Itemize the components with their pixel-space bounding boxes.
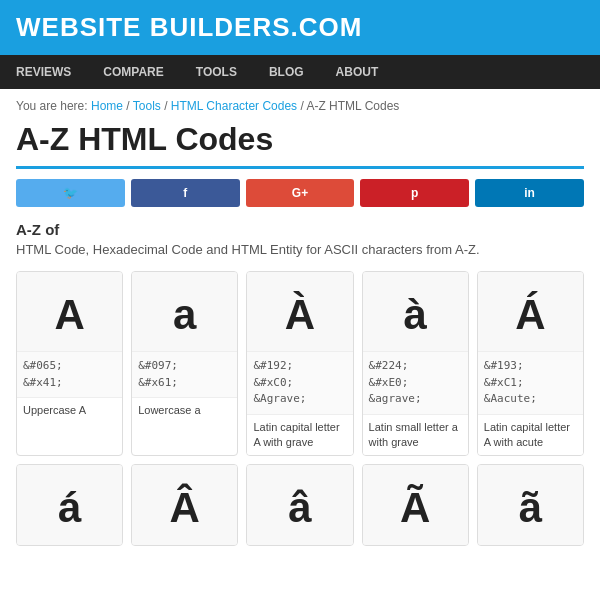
share-google-button[interactable]: G+ bbox=[246, 179, 355, 207]
main-nav: REVIEWS COMPARE TOOLS BLOG ABOUT bbox=[0, 55, 600, 89]
nav-blog[interactable]: BLOG bbox=[253, 55, 320, 89]
breadcrumb-prefix: You are here: bbox=[16, 99, 88, 113]
char-label-agrave: Latin small letter a with grave bbox=[363, 415, 468, 456]
char-hex-Agrave: &#xC0; bbox=[253, 375, 346, 392]
breadcrumb-home[interactable]: Home bbox=[91, 99, 123, 113]
char-decimal-Agrave: &#192; bbox=[253, 358, 346, 375]
char-glyph-Acirc: Â bbox=[132, 465, 237, 545]
char-decimal-Aacute: &#193; bbox=[484, 358, 577, 375]
character-grid-row2: á Â â Ã ã bbox=[16, 464, 584, 546]
twitter-icon: 🐦 bbox=[63, 186, 78, 200]
char-entity-Agrave: &Agrave; bbox=[253, 391, 346, 408]
share-twitter-button[interactable]: 🐦 bbox=[16, 179, 125, 207]
site-header: WEBSITE BUILDERS.COM bbox=[0, 0, 600, 55]
char-card-Aacute: Á &#193; &#xC1; &Aacute; Latin capital l… bbox=[477, 271, 584, 456]
char-glyph-Agrave: À bbox=[247, 272, 352, 352]
char-card-atilde: ã bbox=[477, 464, 584, 546]
char-codes-Agrave: &#192; &#xC0; &Agrave; bbox=[247, 352, 352, 415]
char-entity-agrave: &agrave; bbox=[369, 391, 462, 408]
char-codes-A: &#065; &#x41; bbox=[17, 352, 122, 398]
char-card-Agrave: À &#192; &#xC0; &Agrave; Latin capital l… bbox=[246, 271, 353, 456]
char-decimal-agrave: &#224; bbox=[369, 358, 462, 375]
char-label-Aacute: Latin capital letter A with acute bbox=[478, 415, 583, 456]
char-decimal-a: &#097; bbox=[138, 358, 231, 375]
char-glyph-a: a bbox=[132, 272, 237, 352]
nav-tools[interactable]: TOOLS bbox=[180, 55, 253, 89]
google-icon: G+ bbox=[292, 186, 308, 200]
page-title: A-Z HTML Codes bbox=[16, 121, 584, 169]
breadcrumb-tools[interactable]: Tools bbox=[133, 99, 161, 113]
char-hex-agrave: &#xE0; bbox=[369, 375, 462, 392]
char-entity-Aacute: &Aacute; bbox=[484, 391, 577, 408]
char-glyph-acirc: â bbox=[247, 465, 352, 545]
nav-compare[interactable]: COMPARE bbox=[87, 55, 179, 89]
char-decimal-A: &#065; bbox=[23, 358, 116, 375]
char-glyph-agrave: à bbox=[363, 272, 468, 352]
char-codes-Aacute: &#193; &#xC1; &Aacute; bbox=[478, 352, 583, 415]
pinterest-icon: p bbox=[411, 186, 418, 200]
description-text: HTML Code, Hexadecimal Code and HTML Ent… bbox=[16, 242, 584, 257]
main-content: You are here: Home / Tools / HTML Charac… bbox=[0, 89, 600, 556]
char-label-a: Lowercase a bbox=[132, 398, 237, 423]
char-card-a: a &#097; &#x61; Lowercase a bbox=[131, 271, 238, 456]
character-grid: A &#065; &#x41; Uppercase A a &#097; &#x… bbox=[16, 271, 584, 456]
share-facebook-button[interactable]: f bbox=[131, 179, 240, 207]
char-card-Acirc: Â bbox=[131, 464, 238, 546]
breadcrumb: You are here: Home / Tools / HTML Charac… bbox=[16, 99, 584, 113]
char-glyph-A: A bbox=[17, 272, 122, 352]
nav-reviews[interactable]: REVIEWS bbox=[0, 55, 87, 89]
char-label-A: Uppercase A bbox=[17, 398, 122, 423]
char-card-A: A &#065; &#x41; Uppercase A bbox=[16, 271, 123, 456]
char-hex-Aacute: &#xC1; bbox=[484, 375, 577, 392]
section-title: A-Z of bbox=[16, 221, 584, 238]
char-card-acirc: â bbox=[246, 464, 353, 546]
breadcrumb-html-codes[interactable]: HTML Character Codes bbox=[171, 99, 297, 113]
char-glyph-Aacute: Á bbox=[478, 272, 583, 352]
char-label-Agrave: Latin capital letter A with grave bbox=[247, 415, 352, 456]
share-pinterest-button[interactable]: p bbox=[360, 179, 469, 207]
char-codes-a: &#097; &#x61; bbox=[132, 352, 237, 398]
char-hex-A: &#x41; bbox=[23, 375, 116, 392]
linkedin-icon: in bbox=[524, 186, 535, 200]
char-card-aacute: á bbox=[16, 464, 123, 546]
breadcrumb-current: A-Z HTML Codes bbox=[306, 99, 399, 113]
char-glyph-Atilde: Ã bbox=[363, 465, 468, 545]
char-codes-agrave: &#224; &#xE0; &agrave; bbox=[363, 352, 468, 415]
site-title: WEBSITE BUILDERS.COM bbox=[16, 12, 584, 43]
char-glyph-atilde: ã bbox=[478, 465, 583, 545]
char-glyph-aacute: á bbox=[17, 465, 122, 545]
nav-about[interactable]: ABOUT bbox=[320, 55, 395, 89]
social-share-bar: 🐦 f G+ p in bbox=[16, 179, 584, 207]
char-card-agrave: à &#224; &#xE0; &agrave; Latin small let… bbox=[362, 271, 469, 456]
facebook-icon: f bbox=[183, 186, 187, 200]
char-hex-a: &#x61; bbox=[138, 375, 231, 392]
char-card-Atilde: Ã bbox=[362, 464, 469, 546]
share-linkedin-button[interactable]: in bbox=[475, 179, 584, 207]
